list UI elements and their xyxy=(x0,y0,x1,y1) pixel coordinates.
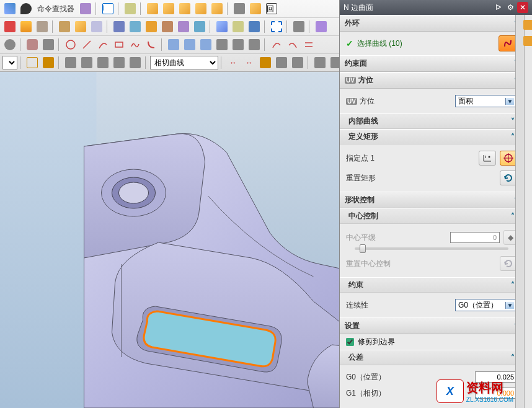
panel-titlebar[interactable]: N 边曲面 ᐅ ⚙ ✕ xyxy=(340,0,532,15)
cube6-icon[interactable] xyxy=(248,1,263,16)
constraint-face-header[interactable]: 约束面 ˅ xyxy=(340,55,523,72)
surf5-icon[interactable] xyxy=(231,37,246,52)
filter2-icon[interactable] xyxy=(79,55,94,70)
curve3-icon[interactable] xyxy=(41,37,56,52)
feat12-icon[interactable] xyxy=(192,19,207,34)
panel-body: 外环 ˄ ✓ 选择曲线 (10) 约束面 ˅ UV 方位 ˄ UV方位 xyxy=(340,15,532,408)
settings-header[interactable]: 设置 ˄ xyxy=(340,317,523,334)
dim1-icon[interactable]: ↔ xyxy=(226,55,241,70)
pin-icon[interactable]: ᐅ xyxy=(492,2,503,13)
feat3-icon[interactable] xyxy=(35,19,50,34)
finder-icon[interactable] xyxy=(19,1,33,16)
center-control-header[interactable]: 中心控制 ˄ xyxy=(340,208,523,224)
surf1-icon[interactable] xyxy=(166,37,181,52)
define-rect-header[interactable]: 定义矩形 ˄ xyxy=(340,129,523,144)
curve-b1-icon[interactable] xyxy=(269,37,284,52)
feat14-icon[interactable] xyxy=(231,19,246,34)
continuity-select[interactable]: G0（位置） ▼ xyxy=(455,299,517,311)
sketch-rect-icon[interactable] xyxy=(112,37,126,52)
side-tool-strip xyxy=(524,15,532,408)
surf4-icon[interactable] xyxy=(215,37,229,52)
surf6-icon[interactable] xyxy=(247,37,262,52)
feat11-icon[interactable] xyxy=(176,19,191,34)
slider-thumb[interactable] xyxy=(360,244,366,253)
side-icon-2[interactable] xyxy=(522,35,532,47)
feat16-icon[interactable] xyxy=(291,19,306,34)
shade-icon[interactable] xyxy=(41,55,56,70)
wire-icon[interactable] xyxy=(25,55,40,70)
curve-type-button[interactable] xyxy=(499,35,517,51)
dim4-icon[interactable] xyxy=(274,55,289,70)
sketch-spline-icon[interactable] xyxy=(128,37,143,52)
feat5-icon[interactable] xyxy=(73,19,88,34)
chevron-up-icon: ˄ xyxy=(511,353,515,362)
dim5-icon[interactable] xyxy=(290,55,305,70)
center-smooth-row: 中心平缓 ◆ xyxy=(346,228,517,247)
svg-line-1 xyxy=(83,41,91,48)
feat7-icon[interactable] xyxy=(112,19,126,34)
select-frame-icon[interactable] xyxy=(269,19,284,34)
feat8-icon[interactable] xyxy=(128,19,143,34)
feat17-icon[interactable] xyxy=(314,19,329,34)
feat6-icon[interactable] xyxy=(89,19,104,34)
uv-badge: UV xyxy=(345,77,356,84)
curve1-icon[interactable] xyxy=(2,37,17,52)
side-icon-1[interactable] xyxy=(522,19,532,31)
align-icon[interactable] xyxy=(232,1,247,16)
surf2-icon[interactable] xyxy=(182,37,197,52)
feat1-icon[interactable] xyxy=(2,19,17,34)
feat4-icon[interactable] xyxy=(57,19,72,34)
dim2-icon[interactable]: ↔ xyxy=(242,55,257,70)
close-icon[interactable]: ✕ xyxy=(517,2,528,13)
curve2-icon[interactable] xyxy=(25,37,40,52)
sketch-circle-icon[interactable] xyxy=(63,37,78,52)
chevron-up-icon: ˄ xyxy=(511,133,515,141)
feat9-icon[interactable] xyxy=(144,19,159,34)
center-slider[interactable] xyxy=(346,247,517,254)
cube3-icon[interactable] xyxy=(177,1,192,16)
filter5-icon[interactable] xyxy=(128,55,143,70)
sketch-round-icon[interactable] xyxy=(144,37,159,52)
sketch-arc-icon[interactable] xyxy=(95,37,110,52)
cube2-icon[interactable] xyxy=(161,1,176,16)
filter3-icon[interactable] xyxy=(95,55,110,70)
continuity-row: 连续性 G0（位置） ▼ xyxy=(346,296,517,314)
feat2-icon[interactable] xyxy=(19,19,33,34)
cube4-icon[interactable] xyxy=(193,1,208,16)
cube1-icon[interactable] xyxy=(145,1,160,16)
text-icon[interactable]: 回 xyxy=(264,1,279,16)
outer-loop-header[interactable]: 外环 ˄ xyxy=(340,15,523,32)
constraint-header[interactable]: 约束 ˄ xyxy=(340,277,523,293)
undo-button[interactable] xyxy=(2,1,17,16)
target-button[interactable] xyxy=(500,151,517,166)
dim3-icon[interactable] xyxy=(258,55,273,70)
select-curve-row: ✓ 选择曲线 (10) xyxy=(340,32,523,55)
panel-scrollbar[interactable] xyxy=(515,15,524,408)
move-icon[interactable] xyxy=(123,1,138,16)
tolerance-header[interactable]: 公差 ˄ xyxy=(340,350,523,365)
sketch-line-icon[interactable] xyxy=(79,37,94,52)
tangent-curve-select[interactable]: 相切曲线 xyxy=(150,56,218,69)
info-icon[interactable]: i xyxy=(100,1,115,16)
reset-rect-button[interactable] xyxy=(500,171,517,185)
cube5-icon[interactable] xyxy=(210,1,224,16)
filter4-icon[interactable] xyxy=(112,55,126,70)
surf3-icon[interactable] xyxy=(198,37,213,52)
point-picker-button[interactable] xyxy=(479,151,496,166)
shape-control-header[interactable]: 形状控制 ˄ xyxy=(340,192,523,208)
feat13-icon[interactable] xyxy=(215,19,229,34)
uv-direction-select[interactable]: 面积 ▼ xyxy=(455,95,517,107)
tool1-icon[interactable] xyxy=(313,55,327,70)
chevron-up-icon: ˄ xyxy=(511,281,515,290)
filter1-icon[interactable] xyxy=(63,55,78,70)
filter-select-1[interactable] xyxy=(2,56,17,69)
gear-icon[interactable]: ⚙ xyxy=(505,2,516,13)
curve-b3-icon[interactable] xyxy=(301,37,316,52)
trim-boundary-checkbox[interactable] xyxy=(346,338,354,346)
feat15-icon[interactable] xyxy=(247,19,262,34)
curve-b2-icon[interactable] xyxy=(285,37,300,52)
inner-curve-header[interactable]: 内部曲线 ˅ xyxy=(340,113,523,129)
tb-icon-purple[interactable] xyxy=(78,1,93,16)
uv-direction-header[interactable]: UV 方位 ˄ xyxy=(340,72,523,89)
feat10-icon[interactable] xyxy=(160,19,175,34)
